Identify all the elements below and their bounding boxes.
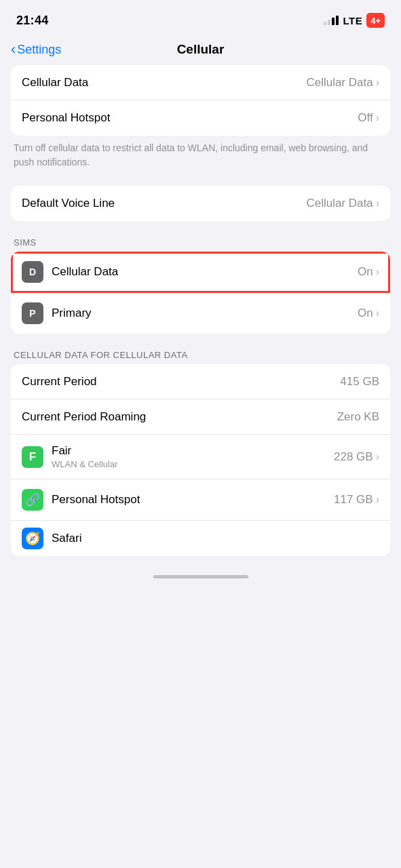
- fair-sublabel: WLAN & Cellular: [52, 459, 118, 469]
- current-period-roaming-row[interactable]: Current Period Roaming Zero KB: [11, 399, 390, 435]
- current-period-label: Current Period: [22, 375, 97, 389]
- cellular-section: Cellular Data Cellular Data › Personal H…: [0, 65, 401, 180]
- hotspot-app-icon: 🔗: [22, 489, 43, 511]
- fair-value: 228 GB: [334, 450, 373, 464]
- voice-chevron-icon: ›: [376, 197, 379, 210]
- sim-primary-label: Primary: [52, 307, 92, 320]
- back-label: Settings: [17, 43, 61, 57]
- personal-hotspot-label: Personal Hotspot: [22, 111, 110, 125]
- voice-section: Default Voice Line Cellular Data ›: [0, 186, 401, 221]
- status-icons: LTE 4+: [324, 13, 385, 28]
- safari-label: Safari: [52, 532, 81, 545]
- data-usage-section-label: CELLULAR DATA FOR CELLULAR DATA: [0, 344, 401, 364]
- safari-app-row[interactable]: 🧭 Safari: [11, 521, 390, 556]
- voice-label: Default Voice Line: [22, 197, 115, 210]
- home-indicator-area: [0, 561, 401, 585]
- hotspot-app-chevron-icon: ›: [376, 494, 379, 506]
- sim-cellular-data-row[interactable]: D Cellular Data On ›: [11, 252, 390, 293]
- hotspot-app-label: Personal Hotspot: [52, 493, 140, 507]
- lte-label: LTE: [343, 15, 362, 26]
- current-period-value: 415 GB: [340, 375, 379, 389]
- data-usage-card: Current Period 415 GB Current Period Roa…: [11, 364, 390, 556]
- hotspot-app-value: 117 GB: [334, 493, 373, 507]
- cellular-data-label: Cellular Data: [22, 76, 88, 90]
- default-voice-row[interactable]: Default Voice Line Cellular Data ›: [11, 186, 390, 221]
- nav-bar: ‹ Settings Cellular: [0, 37, 401, 65]
- hotspot-chevron-icon: ›: [376, 112, 379, 124]
- page-title: Cellular: [177, 42, 225, 57]
- cellular-data-row[interactable]: Cellular Data Cellular Data ›: [11, 65, 390, 100]
- battery-label: 4+: [370, 16, 381, 26]
- sim-d-icon: D: [22, 261, 43, 283]
- chevron-right-icon: ›: [376, 77, 379, 89]
- current-period-row[interactable]: Current Period 415 GB: [11, 364, 390, 399]
- sim-primary-value: On: [358, 307, 373, 320]
- voice-card: Default Voice Line Cellular Data ›: [11, 186, 390, 221]
- back-button[interactable]: ‹ Settings: [11, 41, 61, 58]
- fair-app-row[interactable]: F Fair WLAN & Cellular 228 GB ›: [11, 435, 390, 479]
- voice-value: Cellular Data: [306, 197, 373, 210]
- fair-label: Fair: [52, 444, 118, 458]
- signal-icon: [324, 16, 339, 25]
- status-bar: 21:44 LTE 4+: [0, 0, 401, 37]
- sims-section: SIMs D Cellular Data On › P Primary On ›: [0, 232, 401, 334]
- personal-hotspot-value: Off: [358, 111, 373, 125]
- sims-section-label: SIMs: [0, 232, 401, 252]
- fair-app-icon: F: [22, 446, 43, 468]
- home-indicator: [153, 575, 248, 578]
- status-time: 21:44: [16, 14, 49, 28]
- roaming-label: Current Period Roaming: [22, 410, 146, 424]
- safari-app-icon: 🧭: [22, 528, 43, 549]
- personal-hotspot-row[interactable]: Personal Hotspot Off ›: [11, 100, 390, 136]
- battery-icon: 4+: [366, 13, 385, 28]
- sim-cellular-chevron-icon: ›: [376, 266, 379, 278]
- sim-cellular-value: On: [358, 265, 373, 279]
- cellular-description: Turn off cellular data to restrict all d…: [0, 136, 401, 180]
- sim-cellular-label: Cellular Data: [52, 265, 118, 279]
- hotspot-app-row[interactable]: 🔗 Personal Hotspot 117 GB ›: [11, 479, 390, 521]
- top-card: Cellular Data Cellular Data › Personal H…: [11, 65, 390, 136]
- sims-card: D Cellular Data On › P Primary On ›: [11, 252, 390, 334]
- sim-p-icon: P: [22, 302, 43, 324]
- cellular-data-value: Cellular Data: [306, 76, 373, 90]
- roaming-value: Zero KB: [337, 410, 379, 424]
- back-chevron-icon: ‹: [11, 41, 16, 58]
- data-usage-section: CELLULAR DATA FOR CELLULAR DATA Current …: [0, 344, 401, 556]
- fair-chevron-icon: ›: [376, 451, 379, 463]
- sim-primary-row[interactable]: P Primary On ›: [11, 293, 390, 334]
- sim-primary-chevron-icon: ›: [376, 307, 379, 319]
